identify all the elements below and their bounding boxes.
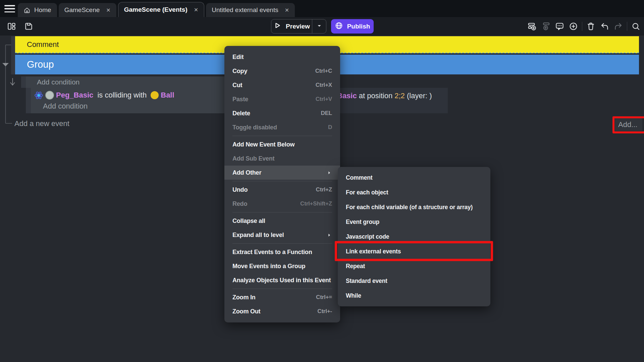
menu-item-label: Extract Events to a Function [232, 249, 312, 256]
peg-basic-object-icon [45, 91, 54, 100]
context-menu-item-undo[interactable]: UndoCtrl+Z [224, 183, 340, 197]
submenu-item-for-each-object[interactable]: For each object [338, 185, 490, 200]
tab-label: Home [34, 6, 51, 14]
context-menu-item-add-new-event-below[interactable]: Add New Event Below [224, 137, 340, 152]
tab-bar: HomeGameScene✕GameScene (Events)✕Untitle… [0, 0, 644, 17]
context-menu-item-analyze-objects-used-in-this-event[interactable]: Analyze Objects Used in this Event [224, 273, 340, 287]
tab-untitled-external-events[interactable]: Untitled external events✕ [206, 3, 295, 17]
menu-item-label: Add Sub Event [232, 155, 274, 162]
submenu-item-for-each-child-variable-of-a-structure-or-array[interactable]: For each child variable (of a structure … [338, 200, 490, 215]
context-menu: EditCopyCtrl+CCutCtrl+XPasteCtrl+VDelete… [224, 46, 340, 322]
action-line[interactable]: Basic at position 2;2 (layer: ) [337, 92, 432, 100]
search-icon[interactable] [629, 19, 643, 33]
submenu-arrow-icon [326, 170, 332, 176]
context-menu-item-toggle-disabled: Toggle disabledD [224, 120, 340, 134]
tab-gamescene[interactable]: GameScene✕ [59, 3, 116, 17]
toolbar-left-icons [5, 17, 36, 36]
add-event-icon[interactable] [525, 19, 539, 33]
close-tab-icon[interactable]: ✕ [106, 7, 110, 13]
save-icon[interactable] [22, 19, 36, 33]
submenu-item-while[interactable]: While [338, 288, 490, 303]
submenu-item-repeat[interactable]: Repeat [338, 259, 490, 274]
context-menu-item-zoom-out[interactable]: Zoom OutCtrl+- [224, 304, 340, 318]
menu-item-label: Expand all to level [232, 232, 284, 239]
menu-item-label: Move Events into a Group [232, 263, 305, 270]
context-menu-item-expand-all-to-level[interactable]: Expand all to level [224, 228, 340, 242]
menu-item-label: Zoom Out [232, 308, 260, 315]
ball-object-icon [151, 91, 159, 99]
context-menu-item-cut[interactable]: CutCtrl+X [224, 78, 340, 92]
condition-object1: Peg_Basic [56, 91, 93, 100]
play-icon [273, 21, 281, 31]
condition-line[interactable]: Peg_Basic is colliding with Ball [34, 89, 174, 101]
event-indent-gutter [11, 36, 15, 74]
redo-icon [611, 19, 625, 33]
add-comment-icon[interactable] [553, 19, 567, 33]
menu-item-shortcut: Ctrl+C [315, 68, 332, 74]
menu-item-label: Link external events [346, 248, 401, 255]
menu-item-label: Add New Event Below [232, 141, 294, 148]
close-tab-icon[interactable]: ✕ [194, 7, 198, 13]
tab-label: Untitled external events [212, 6, 278, 14]
menu-item-label: Undo [232, 186, 248, 193]
menu-divider [232, 181, 332, 181]
menu-item-shortcut: DEL [321, 110, 332, 117]
menu-item-label: Add Other [232, 169, 261, 176]
context-menu-item-move-events-into-a-group[interactable]: Move Events into a Group [224, 259, 340, 273]
main-menu-icon[interactable] [4, 5, 15, 12]
menu-item-label: For each child variable (of a structure … [346, 204, 473, 211]
context-menu-item-extract-events-to-a-function[interactable]: Extract Events to a Function [224, 245, 340, 259]
submenu-item-comment[interactable]: Comment [338, 170, 490, 185]
context-menu-item-copy[interactable]: CopyCtrl+C [224, 64, 340, 78]
menu-item-label: For each object [346, 189, 388, 196]
submenu-item-event-group[interactable]: Event group [338, 215, 490, 229]
menu-item-label: Copy [232, 68, 247, 75]
action-position-value: 2;2 [394, 92, 405, 100]
submenu-item-link-external-events[interactable]: Link external events [338, 244, 490, 259]
menu-item-shortcut: Ctrl+- [317, 308, 332, 315]
menu-item-label: Javascript code [346, 233, 389, 240]
toolbar-right-icons [525, 17, 643, 36]
add-new-event-button[interactable]: Add a new event [14, 119, 69, 128]
condition-object2: Ball [161, 91, 174, 100]
undo-icon[interactable] [598, 19, 611, 33]
menu-item-shortcut: Ctrl+Shift+Z [300, 200, 332, 207]
menu-item-label: Edit [232, 54, 244, 61]
publish-button[interactable]: Publish [331, 19, 374, 34]
tab-label: GameScene [64, 6, 100, 14]
submenu-arrow-icon [326, 232, 332, 238]
menu-item-label: Comment [346, 174, 372, 181]
trash-icon[interactable] [584, 19, 598, 33]
close-tab-icon[interactable]: ✕ [285, 7, 289, 13]
comment-text: Comment [27, 40, 59, 49]
context-menu-item-delete[interactable]: DeleteDEL [224, 106, 340, 120]
tab-home[interactable]: Home [18, 3, 57, 17]
menu-divider [232, 243, 332, 244]
tab-gamescene-events[interactable]: GameScene (Events)✕ [118, 2, 204, 17]
toolbar: Preview Publish [0, 17, 644, 36]
panels-icon[interactable] [5, 19, 18, 33]
menu-item-shortcut: Ctrl+V [316, 96, 332, 103]
menu-item-label: Paste [232, 96, 248, 103]
preview-button[interactable]: Preview [271, 19, 312, 33]
add-circle-icon[interactable] [567, 19, 580, 33]
globe-icon [335, 21, 343, 32]
group-title: Group [27, 59, 54, 70]
add-condition-button[interactable]: Add condition [43, 102, 88, 111]
submenu-item-standard-event[interactable]: Standard event [338, 274, 490, 288]
menu-item-shortcut: Ctrl+X [316, 82, 332, 88]
event-indent-gutter [21, 76, 26, 88]
context-menu-item-edit[interactable]: Edit [224, 50, 340, 64]
context-menu-item-add-sub-event: Add Sub Event [224, 152, 340, 166]
add-condition-button[interactable]: Add condition [26, 76, 229, 88]
context-menu-item-add-other[interactable]: Add Other [224, 166, 340, 180]
preview-options-button[interactable] [312, 19, 326, 33]
chevron-down-icon [316, 22, 323, 30]
context-menu-item-zoom-in[interactable]: Zoom InCtrl+= [224, 290, 340, 304]
submenu-item-javascript-code[interactable]: Javascript code [338, 229, 490, 244]
context-menu-item-collapse-all[interactable]: Collapse all [224, 214, 340, 228]
menu-item-label: Toggle disabled [232, 124, 277, 131]
menu-item-shortcut: D [328, 124, 332, 131]
home-icon [23, 7, 31, 14]
add-button[interactable]: Add... [615, 118, 642, 131]
